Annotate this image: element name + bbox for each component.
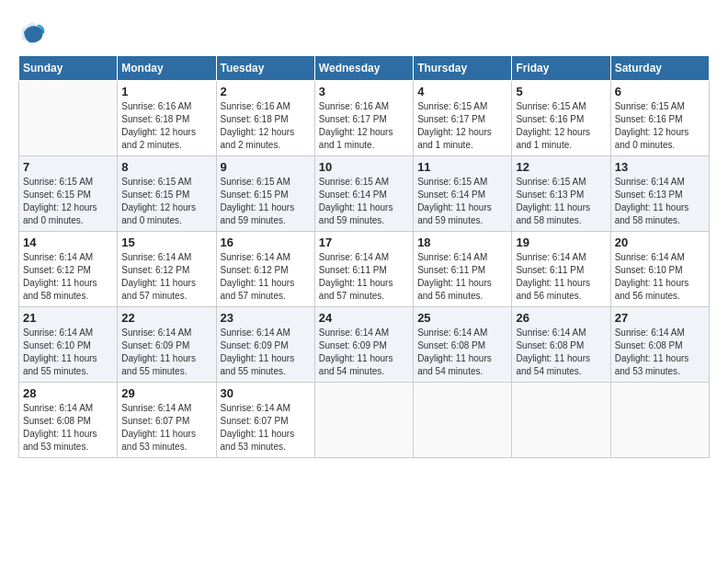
day-info: Sunrise: 6:14 AMSunset: 6:10 PMDaylight:… (23, 327, 113, 378)
day-number: 17 (319, 236, 409, 249)
day-info: Sunrise: 6:15 AMSunset: 6:14 PMDaylight:… (319, 176, 409, 227)
calendar-day-cell: 1Sunrise: 6:16 AMSunset: 6:18 PMDaylight… (118, 81, 216, 156)
day-number: 16 (221, 236, 311, 249)
calendar-day-cell: 6Sunrise: 6:15 AMSunset: 6:16 PMDaylight… (610, 81, 709, 156)
day-info: Sunrise: 6:15 AMSunset: 6:15 PMDaylight:… (121, 176, 211, 227)
day-info: Sunrise: 6:14 AMSunset: 6:12 PMDaylight:… (23, 251, 113, 303)
calendar-day-cell: 13Sunrise: 6:14 AMSunset: 6:13 PMDayligh… (610, 156, 709, 232)
day-number: 9 (221, 160, 311, 174)
day-number: 30 (221, 386, 311, 400)
day-info: Sunrise: 6:14 AMSunset: 6:13 PMDaylight:… (615, 176, 705, 227)
calendar-day-cell: 20Sunrise: 6:14 AMSunset: 6:10 PMDayligh… (610, 232, 709, 307)
calendar-day-cell: 21Sunrise: 6:14 AMSunset: 6:10 PMDayligh… (19, 307, 118, 383)
day-number: 12 (516, 160, 606, 174)
day-number: 3 (319, 85, 409, 98)
day-info: Sunrise: 6:14 AMSunset: 6:08 PMDaylight:… (516, 327, 606, 378)
calendar-day-cell: 8Sunrise: 6:15 AMSunset: 6:15 PMDaylight… (118, 156, 216, 232)
day-number: 22 (121, 311, 211, 325)
day-info: Sunrise: 6:14 AMSunset: 6:09 PMDaylight:… (221, 327, 311, 378)
day-number: 25 (417, 311, 507, 325)
calendar-day-cell: 12Sunrise: 6:15 AMSunset: 6:13 PMDayligh… (512, 156, 610, 232)
day-info: Sunrise: 6:14 AMSunset: 6:08 PMDaylight:… (615, 327, 705, 378)
calendar-table: SundayMondayTuesdayWednesdayThursdayFrid… (18, 55, 710, 458)
calendar-day-cell: 15Sunrise: 6:14 AMSunset: 6:12 PMDayligh… (118, 232, 216, 307)
calendar-week-row: 14Sunrise: 6:14 AMSunset: 6:12 PMDayligh… (19, 232, 710, 307)
day-info: Sunrise: 6:15 AMSunset: 6:17 PMDaylight:… (417, 100, 507, 152)
calendar-day-cell (610, 383, 709, 458)
day-number: 28 (23, 386, 113, 400)
calendar-day-header: Tuesday (216, 56, 314, 81)
day-info: Sunrise: 6:15 AMSunset: 6:16 PMDaylight:… (615, 100, 705, 152)
day-number: 23 (221, 311, 311, 325)
calendar-day-cell: 17Sunrise: 6:14 AMSunset: 6:11 PMDayligh… (314, 232, 413, 307)
calendar-day-cell: 11Sunrise: 6:15 AMSunset: 6:14 PMDayligh… (414, 156, 512, 232)
calendar-day-cell: 5Sunrise: 6:15 AMSunset: 6:16 PMDaylight… (512, 81, 610, 156)
calendar-day-cell: 10Sunrise: 6:15 AMSunset: 6:14 PMDayligh… (314, 156, 413, 232)
day-info: Sunrise: 6:14 AMSunset: 6:12 PMDaylight:… (221, 251, 311, 303)
day-number: 13 (615, 160, 705, 174)
day-number: 10 (319, 160, 409, 174)
day-info: Sunrise: 6:14 AMSunset: 6:12 PMDaylight:… (121, 251, 211, 303)
calendar-day-cell: 7Sunrise: 6:15 AMSunset: 6:15 PMDaylight… (19, 156, 118, 232)
calendar-header-row: SundayMondayTuesdayWednesdayThursdayFrid… (19, 56, 710, 81)
calendar-day-cell: 19Sunrise: 6:14 AMSunset: 6:11 PMDayligh… (512, 232, 610, 307)
calendar-day-header: Thursday (414, 56, 512, 81)
day-number: 18 (417, 236, 507, 249)
day-info: Sunrise: 6:15 AMSunset: 6:13 PMDaylight:… (516, 176, 606, 227)
calendar-week-row: 21Sunrise: 6:14 AMSunset: 6:10 PMDayligh… (19, 307, 710, 383)
logo (18, 18, 50, 46)
day-info: Sunrise: 6:16 AMSunset: 6:18 PMDaylight:… (221, 100, 311, 152)
calendar-week-row: 1Sunrise: 6:16 AMSunset: 6:18 PMDaylight… (19, 81, 710, 156)
day-info: Sunrise: 6:15 AMSunset: 6:16 PMDaylight:… (516, 100, 606, 152)
day-info: Sunrise: 6:16 AMSunset: 6:17 PMDaylight:… (319, 100, 409, 152)
calendar-day-cell: 9Sunrise: 6:15 AMSunset: 6:15 PMDaylight… (216, 156, 314, 232)
calendar-day-cell: 18Sunrise: 6:14 AMSunset: 6:11 PMDayligh… (414, 232, 512, 307)
calendar-day-cell: 28Sunrise: 6:14 AMSunset: 6:08 PMDayligh… (19, 383, 118, 458)
day-number: 11 (417, 160, 507, 174)
calendar-day-header: Saturday (610, 56, 709, 81)
day-number: 29 (121, 386, 211, 400)
calendar-day-cell: 3Sunrise: 6:16 AMSunset: 6:17 PMDaylight… (314, 81, 413, 156)
day-info: Sunrise: 6:16 AMSunset: 6:18 PMDaylight:… (121, 100, 211, 152)
day-info: Sunrise: 6:14 AMSunset: 6:08 PMDaylight:… (23, 402, 113, 454)
logo-icon (18, 18, 46, 46)
day-info: Sunrise: 6:15 AMSunset: 6:15 PMDaylight:… (23, 176, 113, 227)
day-number: 24 (319, 311, 409, 325)
day-info: Sunrise: 6:14 AMSunset: 6:07 PMDaylight:… (221, 402, 311, 454)
calendar-day-cell: 30Sunrise: 6:14 AMSunset: 6:07 PMDayligh… (216, 383, 314, 458)
calendar-day-cell: 4Sunrise: 6:15 AMSunset: 6:17 PMDaylight… (414, 81, 512, 156)
day-number: 5 (516, 85, 606, 98)
calendar-day-cell: 16Sunrise: 6:14 AMSunset: 6:12 PMDayligh… (216, 232, 314, 307)
day-number: 26 (516, 311, 606, 325)
day-number: 14 (23, 236, 113, 249)
day-number: 1 (121, 85, 211, 98)
day-number: 19 (516, 236, 606, 249)
calendar-day-cell: 25Sunrise: 6:14 AMSunset: 6:08 PMDayligh… (414, 307, 512, 383)
day-number: 4 (417, 85, 507, 98)
day-number: 2 (221, 85, 311, 98)
calendar-day-cell (512, 383, 610, 458)
calendar-day-cell: 24Sunrise: 6:14 AMSunset: 6:09 PMDayligh… (314, 307, 413, 383)
day-info: Sunrise: 6:14 AMSunset: 6:07 PMDaylight:… (121, 402, 211, 454)
day-number: 15 (121, 236, 211, 249)
calendar-day-cell: 2Sunrise: 6:16 AMSunset: 6:18 PMDaylight… (216, 81, 314, 156)
calendar-day-header: Friday (512, 56, 610, 81)
day-info: Sunrise: 6:14 AMSunset: 6:09 PMDaylight:… (319, 327, 409, 378)
calendar-day-cell (414, 383, 512, 458)
day-info: Sunrise: 6:14 AMSunset: 6:11 PMDaylight:… (516, 251, 606, 303)
calendar-week-row: 28Sunrise: 6:14 AMSunset: 6:08 PMDayligh… (19, 383, 710, 458)
day-number: 20 (615, 236, 705, 249)
day-info: Sunrise: 6:14 AMSunset: 6:11 PMDaylight:… (417, 251, 507, 303)
calendar-day-cell: 14Sunrise: 6:14 AMSunset: 6:12 PMDayligh… (19, 232, 118, 307)
day-info: Sunrise: 6:14 AMSunset: 6:09 PMDaylight:… (121, 327, 211, 378)
calendar-day-header: Wednesday (314, 56, 413, 81)
day-info: Sunrise: 6:14 AMSunset: 6:11 PMDaylight:… (319, 251, 409, 303)
calendar-day-cell (314, 383, 413, 458)
day-number: 27 (615, 311, 705, 325)
calendar-day-cell (19, 81, 118, 156)
calendar-day-header: Sunday (19, 56, 118, 81)
calendar-day-cell: 26Sunrise: 6:14 AMSunset: 6:08 PMDayligh… (512, 307, 610, 383)
day-number: 7 (23, 160, 113, 174)
day-number: 8 (121, 160, 211, 174)
calendar-day-header: Monday (118, 56, 216, 81)
